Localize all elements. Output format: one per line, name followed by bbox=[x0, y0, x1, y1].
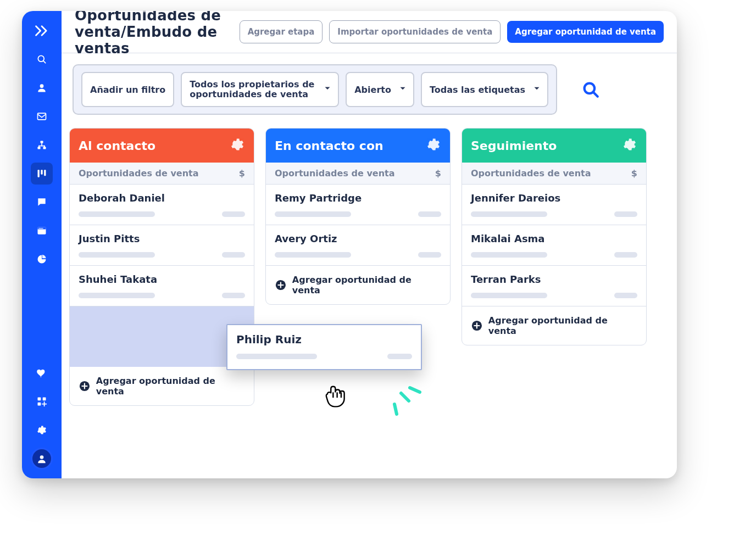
add-filter-button[interactable]: Añadir un filtro bbox=[81, 72, 174, 107]
plus-circle-icon bbox=[471, 320, 483, 332]
envelope-icon bbox=[36, 111, 47, 122]
nav-contacts[interactable] bbox=[31, 77, 53, 99]
svg-line-1 bbox=[43, 61, 46, 63]
add-filter-label: Añadir un filtro bbox=[90, 85, 165, 95]
deal-placeholder bbox=[79, 252, 245, 258]
page-title: Oportunidades de venta/Embudo de ventas bbox=[75, 11, 233, 57]
add-deal-in-column[interactable]: Agregar oportunidad de venta bbox=[266, 266, 450, 304]
caret-down-icon bbox=[532, 83, 542, 96]
column-sub-label: Oportunidades de venta bbox=[275, 168, 395, 178]
column-header: Al contacto bbox=[70, 129, 254, 163]
svg-rect-4 bbox=[41, 141, 43, 143]
deal-name: Justin Pitts bbox=[79, 233, 245, 244]
gear-icon bbox=[36, 425, 47, 436]
nav-deals[interactable] bbox=[31, 163, 53, 185]
svg-rect-19 bbox=[38, 403, 41, 406]
deal-placeholder bbox=[79, 293, 245, 298]
column-title: En contacto con bbox=[275, 139, 383, 153]
column-settings-button[interactable] bbox=[230, 137, 245, 155]
column-subheader: Oportunidades de venta $ bbox=[266, 163, 450, 185]
deal-card[interactable]: Shuhei Takata bbox=[70, 266, 254, 306]
deal-card[interactable]: Remy Partridge bbox=[266, 185, 450, 225]
add-deal-in-column[interactable]: Agregar oportunidad de venta bbox=[462, 306, 646, 345]
column-en-contacto: En contacto con Oportunidades de venta $… bbox=[265, 128, 451, 305]
nav-campaigns[interactable] bbox=[31, 105, 53, 127]
kanban-icon bbox=[36, 168, 47, 179]
column-subheader: Oportunidades de venta $ bbox=[70, 163, 254, 185]
svg-point-2 bbox=[40, 84, 44, 88]
status-filter[interactable]: Abierto bbox=[346, 72, 414, 107]
add-deal-button[interactable]: Agregar oportunidad de venta bbox=[507, 21, 664, 43]
deal-card[interactable]: Jennifer Dareios bbox=[462, 185, 646, 225]
gear-icon bbox=[230, 137, 245, 152]
deal-placeholder bbox=[471, 252, 637, 258]
nav-settings[interactable] bbox=[31, 419, 53, 441]
deal-name: Philip Ruiz bbox=[236, 333, 412, 346]
app-logo[interactable] bbox=[31, 20, 53, 42]
heart-icon bbox=[36, 367, 47, 378]
column-header: En contacto con bbox=[266, 129, 450, 163]
svg-rect-8 bbox=[38, 146, 45, 147]
add-deal-label: Agregar oportunidad de venta bbox=[488, 315, 637, 336]
column-seguimiento: Seguimiento Oportunidades de venta $ Jen… bbox=[462, 128, 647, 345]
nav-site[interactable] bbox=[31, 220, 53, 242]
svg-rect-9 bbox=[38, 146, 40, 147]
gear-icon bbox=[426, 137, 441, 152]
nav-search[interactable] bbox=[31, 48, 53, 70]
deal-placeholder bbox=[275, 252, 441, 258]
window-icon bbox=[36, 225, 47, 236]
deal-card[interactable]: Justin Pitts bbox=[70, 225, 254, 266]
caret-down-icon bbox=[323, 83, 332, 96]
topbar: Oportunidades de venta/Embudo de ventas … bbox=[62, 11, 677, 53]
sitemap-icon bbox=[36, 139, 47, 150]
nav-automations[interactable] bbox=[31, 134, 53, 156]
svg-rect-12 bbox=[41, 170, 42, 174]
add-deal-in-column[interactable]: Agregar oportunidad de venta bbox=[70, 367, 254, 405]
deal-card[interactable]: Terran Parks bbox=[462, 266, 646, 306]
dragging-deal-card[interactable]: Philip Ruiz bbox=[226, 324, 422, 370]
column-subheader: Oportunidades de venta $ bbox=[462, 163, 646, 185]
kanban-board: Al contacto Oportunidades de venta $ Deb… bbox=[58, 115, 677, 419]
tags-filter[interactable]: Todas las etiquetas bbox=[421, 72, 548, 107]
svg-rect-13 bbox=[44, 170, 46, 176]
gear-icon bbox=[622, 137, 637, 152]
column-settings-button[interactable] bbox=[426, 137, 441, 155]
column-settings-button[interactable] bbox=[622, 137, 637, 155]
deal-card[interactable]: Avery Ortiz bbox=[266, 225, 450, 266]
status-filter-label: Abierto bbox=[354, 85, 391, 95]
grab-cursor-icon bbox=[322, 379, 351, 410]
plus-circle-icon bbox=[79, 380, 91, 392]
search-box[interactable] bbox=[568, 64, 677, 115]
deal-card[interactable]: Mikalai Asma bbox=[462, 225, 646, 266]
user-icon bbox=[36, 82, 47, 93]
column-sub-currency: $ bbox=[631, 168, 637, 178]
deal-name: Remy Partridge bbox=[275, 192, 441, 204]
deal-placeholder bbox=[79, 211, 245, 217]
nav-conversations[interactable] bbox=[31, 191, 53, 213]
column-header: Seguimiento bbox=[462, 129, 646, 163]
import-deals-button[interactable]: Importar oportunidades de venta bbox=[329, 20, 501, 43]
svg-line-29 bbox=[410, 388, 420, 392]
column-sub-label: Oportunidades de venta bbox=[79, 168, 199, 178]
owner-filter[interactable]: Todos los propietarios de oportunidades … bbox=[181, 72, 339, 107]
tags-filter-label: Todas las etiquetas bbox=[430, 85, 525, 95]
column-sub-currency: $ bbox=[435, 168, 441, 178]
nav-reports[interactable] bbox=[31, 248, 53, 270]
nav-apps[interactable] bbox=[31, 390, 53, 412]
nav-favorites[interactable] bbox=[31, 362, 53, 384]
deal-placeholder bbox=[471, 211, 637, 217]
svg-rect-10 bbox=[44, 146, 45, 147]
add-stage-button[interactable]: Agregar etapa bbox=[240, 20, 323, 43]
app-window: Oportunidades de venta/Embudo de ventas … bbox=[22, 11, 677, 478]
deal-name: Shuhei Takata bbox=[79, 274, 245, 285]
sidebar bbox=[22, 11, 62, 478]
user-avatar[interactable] bbox=[31, 448, 53, 470]
filter-group: Añadir un filtro Todos los propietarios … bbox=[73, 64, 557, 115]
caret-down-icon bbox=[398, 83, 408, 96]
column-sub-label: Oportunidades de venta bbox=[471, 168, 591, 178]
add-deal-label: Agregar oportunidad de venta bbox=[292, 275, 441, 295]
column-title: Al contacto bbox=[79, 139, 155, 153]
deal-card[interactable]: Deborah Daniel bbox=[70, 185, 254, 225]
plus-circle-icon bbox=[275, 279, 287, 291]
owner-filter-line2: oportunidades de venta bbox=[190, 90, 308, 99]
